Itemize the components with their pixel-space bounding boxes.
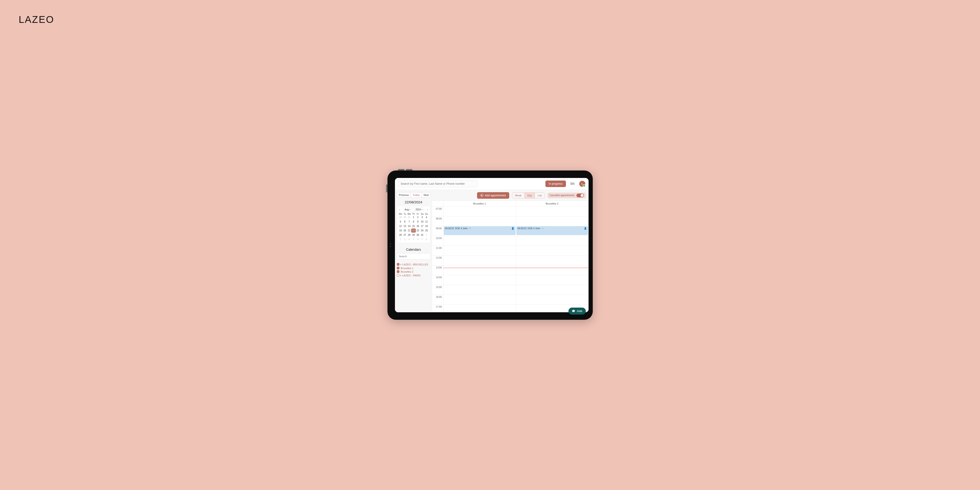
calendar-day[interactable]: 31 [407, 215, 412, 219]
calendar-day[interactable]: 30 [416, 233, 420, 237]
calendar-day[interactable]: 6 [416, 237, 420, 241]
next-month-button[interactable]: › [426, 208, 429, 212]
calendar-cell[interactable]: 09:00:52 DOE 4 John✎👤 [516, 226, 588, 236]
appointment-block[interactable]: 09:00:52 DOE 4 John✎👤 [444, 226, 515, 235]
calendar-day[interactable]: 5 [411, 237, 416, 241]
calendar-day[interactable]: 27 [402, 233, 407, 237]
next-button[interactable]: Next [422, 192, 431, 198]
calendar-day[interactable]: 1 [424, 233, 429, 237]
checkbox-icon[interactable]: ✓ [397, 263, 399, 266]
calendar-day[interactable]: 23 [416, 229, 420, 232]
hour-row: 17:00 [432, 305, 588, 312]
calendar-day[interactable]: 3 [420, 215, 424, 219]
checkbox-icon[interactable]: ✓ [397, 267, 399, 269]
calendar-cell[interactable] [516, 295, 588, 304]
previous-button[interactable]: Previous [397, 192, 411, 198]
calendar-day[interactable]: 21 [407, 229, 412, 232]
calendar-cell[interactable]: 09:00:52 DOE 4 John✎👤 [443, 226, 516, 236]
calendar-day[interactable]: 9 [416, 220, 420, 224]
calendar-day[interactable]: 17 [420, 224, 424, 228]
calendar-cell[interactable] [443, 216, 516, 226]
calendar-search-input[interactable] [397, 253, 430, 259]
calendar-cell[interactable] [443, 285, 516, 294]
appointment-block[interactable]: 09:00:52 DOE 4 John✎👤 [517, 226, 588, 235]
calendar-day[interactable]: 19 [398, 229, 403, 232]
chat-fab[interactable]: 💬 Aide [568, 308, 585, 312]
calendar-day[interactable]: 29 [398, 215, 403, 219]
calendar-cell[interactable] [443, 256, 516, 265]
view-day[interactable]: Day [524, 192, 535, 198]
calendar-group[interactable]: ▸LAZEO - PARIS [397, 274, 430, 277]
calendar-cell[interactable] [516, 236, 588, 246]
weekday-label: Tu [402, 213, 407, 215]
calendar-day[interactable]: 6 [402, 220, 407, 224]
calendar-day[interactable]: 7 [420, 237, 424, 241]
calendar-cell[interactable] [516, 216, 588, 226]
calendar-day[interactable]: 30 [402, 215, 407, 219]
calendar-cell[interactable] [516, 275, 588, 285]
search-input[interactable] [398, 180, 477, 187]
calendar-cell[interactable] [443, 275, 516, 285]
calendar-cell[interactable] [443, 236, 516, 246]
calendar-cell[interactable] [516, 285, 588, 294]
avatar[interactable]: L [579, 181, 585, 187]
month-select[interactable]: Aug▾ [403, 208, 412, 212]
calendar-child[interactable]: ✓Bruxelles 2 [397, 270, 430, 273]
calendar-day[interactable]: 24 [420, 229, 424, 232]
chevron-down-icon[interactable]: ▾ [400, 263, 401, 266]
calendar-day[interactable]: 28 [407, 233, 412, 237]
calendar-day[interactable]: 25 [424, 229, 429, 232]
calendar-day[interactable]: 26 [398, 233, 403, 237]
calendar-day[interactable]: 22 [411, 229, 416, 232]
calendar-cell[interactable] [443, 207, 516, 216]
calendar-day[interactable]: 12 [398, 224, 403, 228]
cancelled-toggle[interactable] [576, 194, 584, 197]
calendar-day[interactable]: 11 [424, 220, 429, 224]
calendar-cell[interactable] [443, 266, 516, 275]
checkbox-icon[interactable] [397, 274, 399, 277]
calendar-day[interactable]: 8 [424, 237, 429, 241]
calendar-day[interactable]: 4 [424, 215, 429, 219]
calendar-day[interactable]: 16 [416, 224, 420, 228]
calendar-day[interactable]: 7 [407, 220, 412, 224]
year-select[interactable]: 2024▾ [414, 208, 424, 212]
calendar-day[interactable]: 18 [424, 224, 429, 228]
calendar-day[interactable]: 4 [407, 237, 412, 241]
edit-icon[interactable]: ✎ [469, 227, 471, 230]
calendar-day[interactable]: 15 [411, 224, 416, 228]
language-select[interactable]: EN [569, 182, 576, 185]
today-button[interactable]: Today [411, 192, 422, 198]
calendar-day[interactable]: 2 [398, 237, 403, 241]
calendar-day[interactable]: 8 [411, 220, 416, 224]
calendar-cell[interactable] [516, 266, 588, 275]
calendar-day[interactable]: 10 [420, 220, 424, 224]
calendar-group[interactable]: ✓▾LAZEO - BRUXELLES [397, 263, 430, 266]
calendar-child[interactable]: ✓Bruxelles 1 [397, 267, 430, 270]
calendar-day[interactable]: 29 [411, 233, 416, 237]
calendar-day[interactable]: 5 [398, 220, 403, 224]
edit-icon[interactable]: ✎ [542, 227, 544, 230]
calendar-cell[interactable] [443, 246, 516, 255]
in-progress-button[interactable]: In progress [546, 180, 566, 187]
view-week[interactable]: Week [512, 192, 524, 198]
add-appointment-button[interactable]: Add appointment [477, 192, 509, 199]
calendar-day[interactable]: 3 [402, 237, 407, 241]
prev-month-button[interactable]: ‹ [398, 208, 401, 212]
calendar-cell[interactable] [516, 207, 588, 216]
checkbox-icon[interactable]: ✓ [397, 270, 399, 273]
tablet-frame: In progress EN L Previous Today Next 22/… [388, 170, 593, 320]
calendar-cell[interactable] [443, 305, 516, 312]
chevron-down-icon[interactable]: ▸ [400, 274, 401, 277]
calendar-day[interactable]: 2 [416, 215, 420, 219]
calendar-day[interactable]: 14 [407, 224, 412, 228]
calendar-day[interactable]: 13 [402, 224, 407, 228]
calendar-body[interactable]: 07:0008:0009:0009:00:52 DOE 4 John✎👤09:0… [432, 207, 588, 312]
calendar-day[interactable]: 20 [402, 229, 407, 232]
calendar-day[interactable]: 1 [411, 215, 416, 219]
calendar-cell[interactable] [516, 256, 588, 265]
calendar-cell[interactable] [443, 295, 516, 304]
hour-row: 08:00 [432, 216, 588, 226]
calendar-day[interactable]: 31 [420, 233, 424, 237]
calendar-cell[interactable] [516, 246, 588, 255]
view-list[interactable]: List [535, 192, 544, 198]
